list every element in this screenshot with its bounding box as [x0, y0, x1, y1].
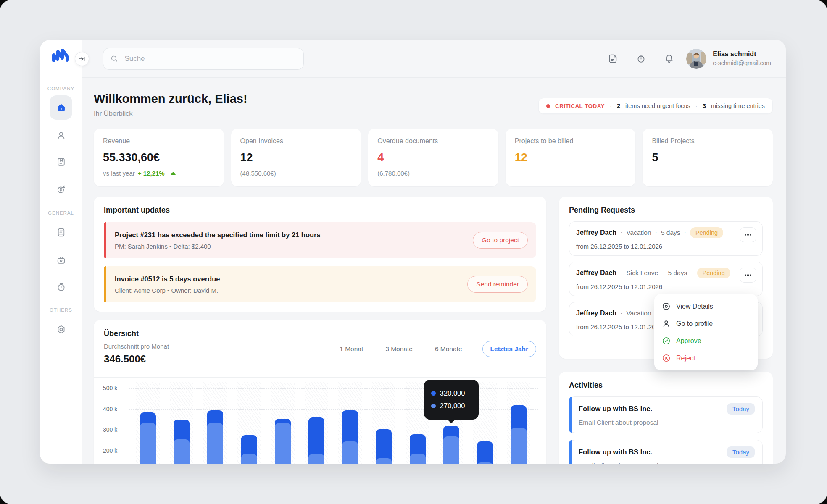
menu-item-label: View Details: [676, 303, 713, 310]
chart-bar-secondary[interactable]: [342, 441, 358, 464]
sidebar-item-time-tracking[interactable]: [52, 278, 70, 296]
overview-avg-value: 346.500€: [104, 353, 169, 365]
chart-tooltip: 320,000270,000: [424, 380, 479, 420]
menu-item-go-to-profile[interactable]: Go to profile: [654, 315, 758, 332]
stats-row: Revenue 55.330,60€ vs last year+ 12,21% …: [94, 129, 773, 186]
request-dates: from 26.12.2025 to 12.01.2026: [576, 283, 756, 290]
critical-count: 3: [703, 102, 706, 109]
home-icon: [55, 102, 67, 113]
menu-item-label: Approve: [676, 337, 701, 345]
stat-label: Projects to be billed: [515, 137, 627, 145]
sidebar-item-projects[interactable]: [52, 251, 70, 269]
alert-title: Project #231 has exceeded the specified …: [115, 231, 321, 239]
alert-action-button[interactable]: Send reminder: [467, 276, 528, 293]
alert-action-button[interactable]: Go to project: [473, 232, 528, 249]
user-email: e-schmidt@gmail.com: [713, 60, 771, 67]
request-dates: from 26.12.2025 to 12.01.2026: [576, 243, 756, 250]
chart-bar-secondary[interactable]: [410, 454, 426, 464]
user-menu[interactable]: Elias schmidt e-schmidt@gmail.com: [713, 50, 771, 67]
reject-icon: [662, 354, 671, 362]
briefcase-icon: [56, 255, 66, 265]
chart-bar-secondary[interactable]: [308, 454, 324, 464]
stat-footnote: vs last year+ 12,21%: [103, 170, 215, 177]
alert-accent-bar: [104, 266, 106, 302]
critical-today-banner: CRITICAL TODAY ·2items need urgent focus…: [538, 98, 773, 114]
sidebar-item-documents[interactable]: [52, 223, 70, 242]
activity-subtitle: Email Client about proposal: [579, 419, 755, 426]
request-type: Sick Leave: [626, 269, 658, 277]
stat-value: 12: [240, 151, 352, 164]
stat-label: Overdue documents: [377, 137, 489, 145]
chart-bar-secondary[interactable]: [477, 462, 493, 464]
chart-bar-secondary[interactable]: [174, 439, 190, 464]
pending-request-card: Jeffrey Dach · Vacation · 5 days · Pendi…: [569, 221, 763, 256]
stat-card: Projects to be billed 12: [506, 129, 636, 186]
filter-1-monat[interactable]: 1 Monat: [329, 345, 374, 353]
stat-card: Open Invoices 12 (48.550,60€): [231, 129, 361, 186]
overview-title: Übersicht: [104, 329, 169, 338]
sidebar-item-home[interactable]: [50, 95, 72, 120]
overview-chart-panel: Übersicht Durchschnitt pro Monat 346.500…: [94, 320, 546, 464]
chart-bar-secondary[interactable]: [140, 423, 156, 464]
main-content: Willkommen zurück, Elias! Ihr Überblick …: [82, 78, 786, 464]
sidebar-item-settings[interactable]: [52, 320, 70, 339]
note-icon: [56, 227, 66, 238]
sidebar-section-others: OTHERS: [40, 307, 82, 312]
chart-bar-secondary[interactable]: [376, 458, 392, 464]
dashboard-page: COMPANY: [0, 0, 827, 504]
critical-text: items need urgent focus: [625, 102, 690, 109]
request-more-button[interactable]: [740, 268, 756, 283]
search-box[interactable]: [103, 48, 304, 70]
sidebar-item-revenue[interactable]: [52, 180, 70, 198]
request-type: Vacation: [626, 229, 651, 236]
filter-3-monate[interactable]: 3 Monate: [374, 345, 424, 353]
filter-letztes-jahr[interactable]: Letztes Jahr: [482, 341, 536, 357]
request-more-button[interactable]: [740, 227, 756, 242]
collapse-sidebar-icon: [78, 55, 86, 63]
stat-label: Revenue: [103, 137, 215, 145]
request-name: Jeffrey Dach: [576, 229, 616, 236]
trend-up-icon: [170, 172, 176, 175]
invoice-icon[interactable]: [608, 53, 618, 64]
request-name: Jeffrey Dach: [576, 269, 616, 277]
chart-bar-secondary[interactable]: [511, 428, 527, 464]
alert-accent-bar: [104, 222, 106, 258]
stopwatch-icon[interactable]: [636, 53, 646, 64]
activities-panel: Activities Follow up with BS Inc. Today …: [559, 372, 773, 464]
alert-meta: Client: Acme Corp • Owner: David M.: [115, 287, 220, 294]
tooltip-series-dot: [431, 391, 436, 396]
sidebar-collapse-button[interactable]: [75, 52, 89, 66]
request-type: Vacation: [626, 310, 651, 317]
activity-date-badge: Today: [727, 403, 755, 415]
stat-card: Revenue 55.330,60€ vs last year+ 12,21%: [94, 129, 224, 186]
bell-icon[interactable]: [664, 53, 674, 64]
avatar[interactable]: [686, 49, 706, 69]
filter-6-monate[interactable]: 6 Monate: [424, 345, 473, 353]
stat-value: 12: [515, 151, 627, 164]
y-axis-tick-label: 400 k: [103, 406, 117, 412]
search-input[interactable]: [124, 54, 297, 63]
stat-footnote: (48.550,60€): [240, 170, 352, 177]
tooltip-series-dot: [431, 404, 436, 408]
chart-bar-primary[interactable]: [477, 441, 493, 464]
sidebar-item-bookings[interactable]: [52, 152, 70, 171]
pending-request-card: Jeffrey Dach · Sick Leave · 5 days · Pen…: [569, 262, 763, 296]
alert-item: Invoice #0512 is 5 days overdue Client: …: [104, 266, 536, 302]
chart-bar-secondary[interactable]: [207, 423, 223, 464]
tooltip-caret: [447, 419, 456, 423]
sidebar-item-users[interactable]: [52, 126, 70, 144]
chart-bar-secondary[interactable]: [443, 436, 459, 464]
avatar-photo: [686, 49, 706, 69]
sidebar-section-company: COMPANY: [40, 86, 82, 91]
chart-bar-secondary[interactable]: [275, 423, 291, 464]
critical-count: 2: [617, 102, 620, 109]
menu-item-approve[interactable]: Approve: [654, 332, 758, 349]
y-axis-tick-label: 300 k: [103, 426, 117, 433]
gear-icon: [56, 324, 66, 335]
sidebar: COMPANY: [40, 40, 82, 464]
menu-item-view-details[interactable]: View Details: [654, 298, 758, 315]
go-to-profile-icon: [662, 319, 671, 328]
menu-item-reject[interactable]: Reject: [654, 349, 758, 367]
chart-bar-secondary[interactable]: [241, 454, 257, 464]
alert-item: Project #231 has exceeded the specified …: [104, 222, 536, 258]
